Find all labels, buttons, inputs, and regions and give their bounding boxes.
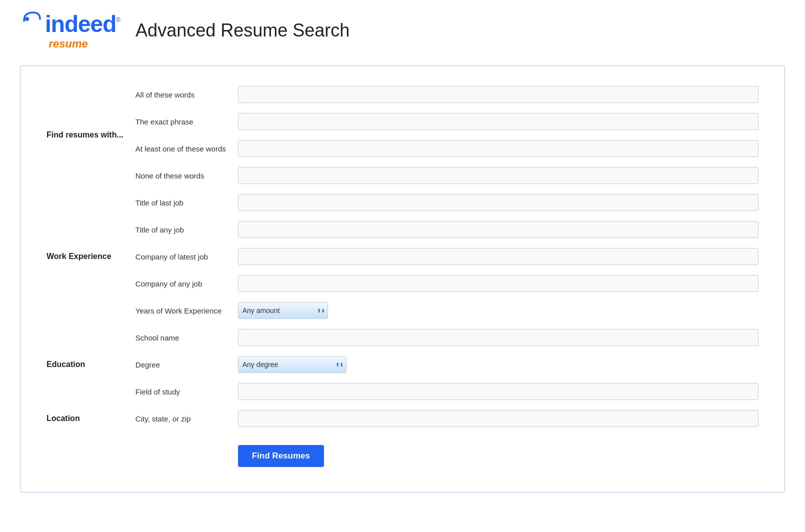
logo-container: indeed ® resume bbox=[20, 10, 120, 50]
svg-point-0 bbox=[25, 17, 29, 21]
title-last-job-label: Title of last job bbox=[130, 189, 232, 216]
none-words-cell bbox=[232, 162, 764, 189]
company-latest-label: Company of latest job bbox=[130, 243, 232, 270]
company-any-input[interactable] bbox=[238, 275, 758, 292]
field-of-study-cell bbox=[232, 378, 764, 405]
degree-select[interactable]: Any degree High school diploma or GED As… bbox=[238, 356, 346, 373]
find-resumes-row-1: Find resumes with... All of these words bbox=[40, 81, 764, 108]
company-any-label: Company of any job bbox=[130, 270, 232, 297]
find-resumes-button[interactable]: Find Resumes bbox=[238, 445, 324, 467]
logo-resume-text: resume bbox=[48, 38, 88, 50]
work-exp-row-2: Title of any job bbox=[40, 216, 764, 243]
all-words-cell bbox=[232, 81, 764, 108]
indeed-logo: indeed ® bbox=[20, 10, 120, 38]
page-title: Advanced Resume Search bbox=[136, 20, 350, 41]
education-label: Education bbox=[40, 324, 130, 405]
education-row-3: Field of study bbox=[40, 378, 764, 405]
title-last-job-cell bbox=[232, 189, 764, 216]
work-exp-row-3: Company of latest job bbox=[40, 243, 764, 270]
page-header: indeed ® resume Advanced Resume Search bbox=[0, 0, 805, 56]
school-name-input[interactable] bbox=[238, 329, 758, 346]
at-least-one-label: At least one of these words bbox=[130, 135, 232, 162]
school-name-label: School name bbox=[130, 324, 232, 351]
submit-cell: Find Resumes bbox=[232, 432, 764, 472]
city-state-zip-label: City, state, or zip bbox=[130, 405, 232, 432]
education-row-2: Degree Any degree High school diploma or… bbox=[40, 351, 764, 378]
company-latest-input[interactable] bbox=[238, 248, 758, 265]
education-row-1: Education School name bbox=[40, 324, 764, 351]
school-name-cell bbox=[232, 324, 764, 351]
at-least-one-cell bbox=[232, 135, 764, 162]
logo-icon bbox=[20, 10, 45, 38]
find-resumes-row-2: The exact phrase bbox=[40, 108, 764, 135]
none-words-label: None of these words bbox=[130, 162, 232, 189]
years-exp-select[interactable]: Any amount 1+ years 2+ years 3+ years 5+… bbox=[238, 302, 328, 319]
title-any-job-label: Title of any job bbox=[130, 216, 232, 243]
location-row-1: Location City, state, or zip bbox=[40, 405, 764, 432]
city-state-zip-input[interactable] bbox=[238, 410, 758, 427]
all-words-label: All of these words bbox=[130, 81, 232, 108]
city-state-zip-cell bbox=[232, 405, 764, 432]
all-words-input[interactable] bbox=[238, 86, 758, 103]
submit-row: Find Resumes bbox=[40, 432, 764, 472]
at-least-one-input[interactable] bbox=[238, 140, 758, 157]
work-exp-row-5: Years of Work Experience Any amount 1+ y… bbox=[40, 297, 764, 324]
work-exp-row-4: Company of any job bbox=[40, 270, 764, 297]
field-of-study-label: Field of study bbox=[130, 378, 232, 405]
degree-select-wrapper: Any degree High school diploma or GED As… bbox=[238, 356, 346, 373]
search-form-table: Find resumes with... All of these words … bbox=[40, 81, 764, 472]
degree-label: Degree bbox=[130, 351, 232, 378]
search-form-container: Find resumes with... All of these words … bbox=[20, 66, 785, 492]
find-resumes-row-3: At least one of these words bbox=[40, 135, 764, 162]
company-any-cell bbox=[232, 270, 764, 297]
logo-indeed-text: indeed bbox=[45, 10, 116, 38]
exact-phrase-cell bbox=[232, 108, 764, 135]
title-any-job-cell bbox=[232, 216, 764, 243]
location-label: Location bbox=[40, 405, 130, 432]
work-experience-label: Work Experience bbox=[40, 189, 130, 324]
title-last-job-input[interactable] bbox=[238, 194, 758, 211]
field-of-study-input[interactable] bbox=[238, 383, 758, 400]
years-exp-label: Years of Work Experience bbox=[130, 297, 232, 324]
degree-cell: Any degree High school diploma or GED As… bbox=[232, 351, 764, 378]
find-resumes-row-4: None of these words bbox=[40, 162, 764, 189]
work-exp-row-1: Work Experience Title of last job bbox=[40, 189, 764, 216]
find-resumes-label: Find resumes with... bbox=[40, 81, 130, 189]
years-exp-cell: Any amount 1+ years 2+ years 3+ years 5+… bbox=[232, 297, 764, 324]
company-latest-cell bbox=[232, 243, 764, 270]
exact-phrase-input[interactable] bbox=[238, 113, 758, 130]
exact-phrase-label: The exact phrase bbox=[130, 108, 232, 135]
none-words-input[interactable] bbox=[238, 167, 758, 184]
years-exp-select-wrapper: Any amount 1+ years 2+ years 3+ years 5+… bbox=[238, 302, 328, 319]
title-any-job-input[interactable] bbox=[238, 221, 758, 238]
